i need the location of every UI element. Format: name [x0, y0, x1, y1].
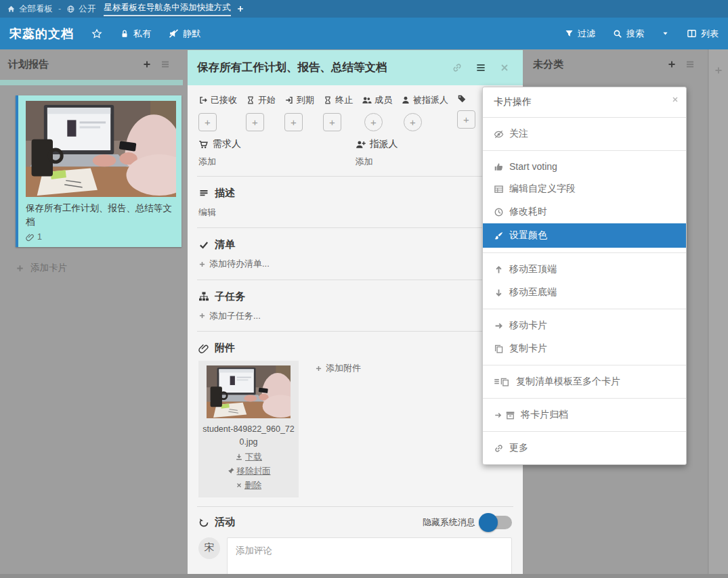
board-title: 宋蕊的文档	[9, 26, 74, 42]
horizontal-scrollbar[interactable]	[0, 574, 728, 578]
menu-item-copy-checklist-template[interactable]: 复制清单模板至多个卡片	[483, 370, 686, 393]
list-header: 未分类	[525, 49, 708, 80]
add-board-icon[interactable]	[236, 5, 244, 13]
add-requester-link[interactable]: 添加	[198, 156, 216, 168]
subtask-section: 子任务 添加子任务...	[188, 280, 523, 332]
field-label: 已接收	[211, 94, 237, 106]
add-due-button[interactable]: +	[284, 113, 303, 131]
sitemap-icon	[198, 291, 209, 302]
add-received-button[interactable]: +	[198, 113, 217, 131]
all-boards-label: 全部看板	[19, 3, 53, 15]
attachment-thumbnail[interactable]	[207, 365, 291, 418]
plus-icon	[142, 60, 152, 69]
arrow-right-icon	[494, 411, 502, 420]
sign-out-icon	[198, 95, 208, 105]
bars-icon	[160, 59, 171, 70]
menu-item-subscribe[interactable]: 关注	[483, 123, 686, 146]
cart-icon	[198, 139, 209, 150]
public-link[interactable]: 公开	[66, 3, 95, 15]
arrow-down-icon	[494, 288, 504, 298]
menu-item-set-color[interactable]: 设置颜色	[483, 223, 686, 248]
check-icon	[198, 240, 209, 250]
edit-description-link[interactable]: 编辑	[198, 206, 216, 219]
menu-item-label: 移动至底端	[509, 286, 557, 298]
menu-item-label: 关注	[509, 128, 528, 140]
add-list-button[interactable]	[709, 49, 728, 578]
add-card-icon-button[interactable]	[663, 58, 681, 71]
plus-icon	[198, 261, 206, 268]
hourglass-icon	[246, 95, 255, 105]
hide-system-messages-label: 隐藏系统消息	[423, 516, 475, 529]
search-button[interactable]: 搜索	[613, 28, 644, 40]
list-menu-button[interactable]	[681, 58, 700, 72]
add-member-button[interactable]: +	[364, 113, 383, 131]
card-link-button[interactable]	[448, 60, 466, 76]
bars-icon	[475, 62, 487, 74]
add-end-button[interactable]: +	[323, 113, 341, 131]
menu-item-label: 移动至顶端	[509, 263, 557, 275]
menu-close-button[interactable]	[671, 94, 679, 104]
tag-icon	[457, 94, 467, 104]
columns-icon	[687, 28, 697, 39]
menu-item-move-card[interactable]: 移动卡片	[483, 314, 686, 337]
menu-item-archive-card[interactable]: 将卡片归档	[483, 403, 686, 426]
add-card-icon-button[interactable]	[138, 58, 156, 71]
menu-item-label: 更多	[509, 442, 528, 454]
comment-input[interactable]	[227, 537, 512, 578]
globe-icon	[66, 5, 75, 14]
kanban-card[interactable]: 保存所有工作计划、报告、总结等文档 1	[16, 95, 181, 247]
menu-item-move-to-bottom[interactable]: 移动至底端	[483, 281, 686, 304]
card-close-button[interactable]	[496, 60, 513, 76]
add-assignee-link[interactable]: 添加	[356, 156, 373, 168]
star-board-button[interactable]	[91, 28, 102, 39]
starred-board-tab[interactable]: 星标看板在导航条中添加快捷方式	[104, 2, 231, 16]
add-label-button[interactable]: +	[457, 110, 475, 129]
field-label: 到期	[297, 94, 314, 106]
menu-item-edit-time-spent[interactable]: 修改耗时	[483, 200, 686, 223]
caret-down-icon	[662, 30, 669, 37]
list-plan-reports: 计划报告 保存所有工作计划、报告、总结等文档 1 添加卡片	[0, 49, 183, 578]
delete-attachment-link[interactable]: 删除	[202, 480, 295, 491]
menu-item-start-voting[interactable]: Start voting	[483, 156, 686, 177]
menu-item-more[interactable]: 更多	[483, 437, 686, 460]
list-header: 计划报告	[0, 49, 183, 80]
card-actions-menu-button[interactable]	[471, 60, 490, 76]
menu-item-label: 移动卡片	[509, 319, 547, 332]
menu-item-label: 设置颜色	[509, 229, 547, 242]
download-label: 下载	[245, 451, 262, 463]
card-modal-header: 保存所有工作计划、报告、总结等文档	[188, 50, 523, 85]
card-actions-menu: 卡片操作 关注 Start voting 编辑自定义字段 修改耗时 设置颜色	[482, 87, 687, 465]
mute-button[interactable]: 静默	[169, 28, 200, 40]
add-checklist-link[interactable]: 添加待办清单...	[198, 258, 270, 270]
attachment-count: 1	[37, 232, 42, 242]
add-card-label: 添加卡片	[30, 262, 67, 274]
menu-item-move-to-top[interactable]: 移动至顶端	[483, 258, 686, 281]
user-avatar: 宋	[198, 537, 220, 559]
add-subtask-link[interactable]: 添加子任务...	[198, 310, 261, 322]
all-boards-link[interactable]: 全部看板	[7, 3, 53, 15]
field-end: 终止 +	[323, 94, 353, 131]
list-view-button[interactable]: 列表	[687, 28, 719, 40]
checklist-label: 清单	[215, 238, 235, 251]
field-label: 开始	[258, 94, 276, 106]
add-assignee-button[interactable]: +	[404, 113, 422, 131]
filter-button[interactable]: 过滤	[565, 28, 595, 40]
download-link[interactable]: 下载	[202, 451, 295, 463]
menu-item-copy-card[interactable]: 复制卡片	[483, 337, 686, 360]
plus-icon	[315, 365, 322, 372]
public-label: 公开	[79, 3, 95, 15]
checklist-section: 清单 添加待办清单...	[188, 228, 523, 280]
add-attachment-link[interactable]: 添加附件	[315, 362, 361, 374]
filter-label: 过滤	[578, 28, 595, 40]
visibility-button[interactable]: 私有	[120, 28, 151, 40]
add-card-button[interactable]: 添加卡片	[16, 262, 183, 274]
view-dropdown-button[interactable]	[662, 30, 669, 37]
separator-dash: -	[58, 4, 61, 14]
remove-cover-link[interactable]: 移除封面	[202, 466, 295, 477]
close-icon	[671, 95, 679, 104]
menu-item-edit-custom-fields[interactable]: 编辑自定义字段	[483, 177, 686, 200]
list-menu-button[interactable]	[156, 58, 175, 72]
add-start-button[interactable]: +	[246, 113, 264, 131]
comment-composer: 宋	[188, 532, 523, 578]
hide-system-messages-toggle[interactable]	[481, 516, 512, 529]
